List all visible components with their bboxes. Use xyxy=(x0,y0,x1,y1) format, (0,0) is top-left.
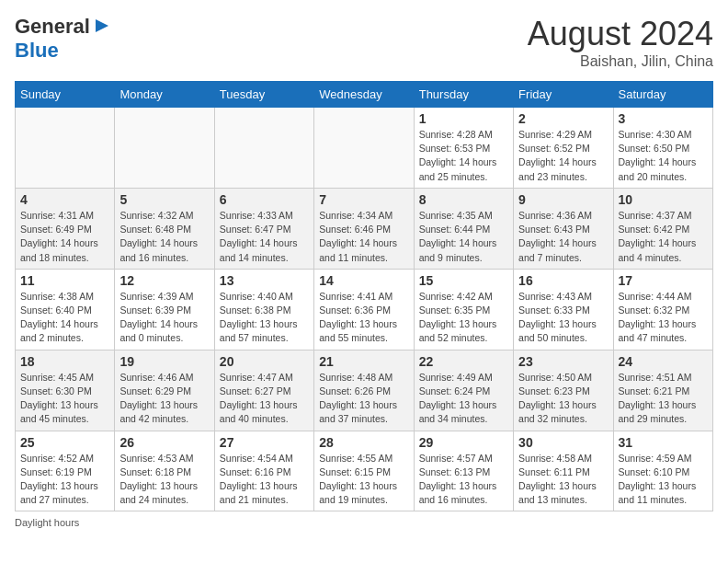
day-info: Sunrise: 4:35 AM Sunset: 6:44 PM Dayligh… xyxy=(419,209,508,265)
day-number: 2 xyxy=(518,111,608,126)
day-info: Sunrise: 4:37 AM Sunset: 6:42 PM Dayligh… xyxy=(619,209,708,265)
calendar-week-row: 18Sunrise: 4:45 AM Sunset: 6:30 PM Dayli… xyxy=(16,350,713,431)
calendar-day-cell: 9Sunrise: 4:36 AM Sunset: 6:43 PM Daylig… xyxy=(514,188,613,269)
calendar-day-cell: 21Sunrise: 4:48 AM Sunset: 6:26 PM Dayli… xyxy=(314,350,414,431)
day-number: 7 xyxy=(319,192,408,207)
day-info: Sunrise: 4:41 AM Sunset: 6:36 PM Dayligh… xyxy=(319,290,408,346)
day-info: Sunrise: 4:57 AM Sunset: 6:13 PM Dayligh… xyxy=(419,452,508,508)
day-info: Sunrise: 4:54 AM Sunset: 6:16 PM Dayligh… xyxy=(220,452,309,508)
day-info: Sunrise: 4:51 AM Sunset: 6:21 PM Dayligh… xyxy=(619,371,708,427)
logo: General Blue xyxy=(15,15,112,63)
logo-general-text: General xyxy=(15,15,90,39)
day-info: Sunrise: 4:42 AM Sunset: 6:35 PM Dayligh… xyxy=(419,290,508,346)
day-number: 25 xyxy=(20,435,109,450)
day-number: 5 xyxy=(119,192,209,207)
day-info: Sunrise: 4:30 AM Sunset: 6:50 PM Dayligh… xyxy=(619,128,708,184)
calendar-day-header: Thursday xyxy=(414,82,513,108)
day-info: Sunrise: 4:50 AM Sunset: 6:23 PM Dayligh… xyxy=(518,371,608,427)
day-number: 24 xyxy=(619,354,708,369)
calendar-day-cell: 7Sunrise: 4:34 AM Sunset: 6:46 PM Daylig… xyxy=(314,188,414,269)
day-number: 28 xyxy=(319,435,408,450)
day-info: Sunrise: 4:38 AM Sunset: 6:40 PM Dayligh… xyxy=(20,290,109,346)
day-info: Sunrise: 4:59 AM Sunset: 6:10 PM Dayligh… xyxy=(619,452,708,508)
title-block: August 2024 Baishan, Jilin, China xyxy=(528,15,713,70)
day-number: 8 xyxy=(419,192,508,207)
calendar-day-cell: 13Sunrise: 4:40 AM Sunset: 6:38 PM Dayli… xyxy=(214,269,313,350)
day-number: 29 xyxy=(419,435,508,450)
day-info: Sunrise: 4:40 AM Sunset: 6:38 PM Dayligh… xyxy=(220,290,309,346)
day-info: Sunrise: 4:58 AM Sunset: 6:11 PM Dayligh… xyxy=(518,452,608,508)
calendar-day-cell: 28Sunrise: 4:55 AM Sunset: 6:15 PM Dayli… xyxy=(314,431,414,511)
calendar-day-header: Sunday xyxy=(16,82,115,108)
calendar-day-cell: 31Sunrise: 4:59 AM Sunset: 6:10 PM Dayli… xyxy=(613,431,712,511)
day-number: 27 xyxy=(220,435,309,450)
calendar-day-cell: 24Sunrise: 4:51 AM Sunset: 6:21 PM Dayli… xyxy=(613,350,712,431)
calendar-day-cell: 5Sunrise: 4:32 AM Sunset: 6:48 PM Daylig… xyxy=(115,188,214,269)
svg-marker-0 xyxy=(96,19,108,32)
calendar-day-cell: 14Sunrise: 4:41 AM Sunset: 6:36 PM Dayli… xyxy=(314,269,414,350)
calendar-day-cell: 20Sunrise: 4:47 AM Sunset: 6:27 PM Dayli… xyxy=(214,350,313,431)
calendar-day-header: Saturday xyxy=(613,82,712,108)
calendar-day-cell xyxy=(16,108,115,189)
day-number: 9 xyxy=(518,192,608,207)
day-info: Sunrise: 4:45 AM Sunset: 6:30 PM Dayligh… xyxy=(20,371,109,427)
calendar-day-cell: 15Sunrise: 4:42 AM Sunset: 6:35 PM Dayli… xyxy=(414,269,513,350)
calendar-table: SundayMondayTuesdayWednesdayThursdayFrid… xyxy=(15,81,713,511)
calendar-day-cell: 23Sunrise: 4:50 AM Sunset: 6:23 PM Dayli… xyxy=(514,350,613,431)
calendar-day-cell: 10Sunrise: 4:37 AM Sunset: 6:42 PM Dayli… xyxy=(613,188,712,269)
calendar-week-row: 11Sunrise: 4:38 AM Sunset: 6:40 PM Dayli… xyxy=(16,269,713,350)
day-info: Sunrise: 4:34 AM Sunset: 6:46 PM Dayligh… xyxy=(319,209,408,265)
day-number: 17 xyxy=(619,273,708,288)
day-number: 30 xyxy=(518,435,608,450)
calendar-day-cell: 27Sunrise: 4:54 AM Sunset: 6:16 PM Dayli… xyxy=(214,431,313,511)
calendar-day-cell: 1Sunrise: 4:28 AM Sunset: 6:53 PM Daylig… xyxy=(414,108,513,189)
day-info: Sunrise: 4:29 AM Sunset: 6:52 PM Dayligh… xyxy=(518,128,608,184)
calendar-day-cell: 29Sunrise: 4:57 AM Sunset: 6:13 PM Dayli… xyxy=(414,431,513,511)
calendar-day-cell: 8Sunrise: 4:35 AM Sunset: 6:44 PM Daylig… xyxy=(414,188,513,269)
day-number: 18 xyxy=(20,354,109,369)
day-info: Sunrise: 4:49 AM Sunset: 6:24 PM Dayligh… xyxy=(419,371,508,427)
day-number: 3 xyxy=(619,111,708,126)
calendar-day-header: Wednesday xyxy=(314,82,414,108)
day-info: Sunrise: 4:46 AM Sunset: 6:29 PM Dayligh… xyxy=(119,371,209,427)
logo-blue-text: Blue xyxy=(15,39,59,62)
calendar-day-cell: 18Sunrise: 4:45 AM Sunset: 6:30 PM Dayli… xyxy=(16,350,115,431)
day-number: 13 xyxy=(220,273,309,288)
day-info: Sunrise: 4:36 AM Sunset: 6:43 PM Dayligh… xyxy=(518,209,608,265)
month-year-title: August 2024 xyxy=(528,15,713,53)
day-number: 10 xyxy=(619,192,708,207)
logo-arrow-icon xyxy=(92,16,112,36)
day-number: 19 xyxy=(119,354,209,369)
calendar-day-header: Tuesday xyxy=(214,82,313,108)
day-info: Sunrise: 4:39 AM Sunset: 6:39 PM Dayligh… xyxy=(119,290,209,346)
day-number: 16 xyxy=(518,273,608,288)
calendar-week-row: 4Sunrise: 4:31 AM Sunset: 6:49 PM Daylig… xyxy=(16,188,713,269)
calendar-day-cell: 11Sunrise: 4:38 AM Sunset: 6:40 PM Dayli… xyxy=(16,269,115,350)
day-number: 23 xyxy=(518,354,608,369)
day-info: Sunrise: 4:55 AM Sunset: 6:15 PM Dayligh… xyxy=(319,452,408,508)
calendar-day-cell: 4Sunrise: 4:31 AM Sunset: 6:49 PM Daylig… xyxy=(16,188,115,269)
day-info: Sunrise: 4:47 AM Sunset: 6:27 PM Dayligh… xyxy=(220,371,309,427)
day-info: Sunrise: 4:53 AM Sunset: 6:18 PM Dayligh… xyxy=(119,452,209,508)
calendar-day-cell: 16Sunrise: 4:43 AM Sunset: 6:33 PM Dayli… xyxy=(514,269,613,350)
day-number: 6 xyxy=(220,192,309,207)
calendar-header-row: SundayMondayTuesdayWednesdayThursdayFrid… xyxy=(16,82,713,108)
calendar-day-header: Friday xyxy=(514,82,613,108)
day-info: Sunrise: 4:52 AM Sunset: 6:19 PM Dayligh… xyxy=(20,452,109,508)
daylight-label: Daylight hours xyxy=(15,517,79,528)
day-info: Sunrise: 4:48 AM Sunset: 6:26 PM Dayligh… xyxy=(319,371,408,427)
calendar-day-cell: 19Sunrise: 4:46 AM Sunset: 6:29 PM Dayli… xyxy=(115,350,214,431)
calendar-day-cell: 6Sunrise: 4:33 AM Sunset: 6:47 PM Daylig… xyxy=(214,188,313,269)
calendar-day-cell xyxy=(115,108,214,189)
calendar-day-cell xyxy=(314,108,414,189)
day-info: Sunrise: 4:31 AM Sunset: 6:49 PM Dayligh… xyxy=(20,209,109,265)
day-info: Sunrise: 4:33 AM Sunset: 6:47 PM Dayligh… xyxy=(220,209,309,265)
calendar-day-cell: 17Sunrise: 4:44 AM Sunset: 6:32 PM Dayli… xyxy=(613,269,712,350)
calendar-week-row: 25Sunrise: 4:52 AM Sunset: 6:19 PM Dayli… xyxy=(16,431,713,511)
day-number: 1 xyxy=(419,111,508,126)
day-number: 20 xyxy=(220,354,309,369)
calendar-day-cell: 30Sunrise: 4:58 AM Sunset: 6:11 PM Dayli… xyxy=(514,431,613,511)
location-subtitle: Baishan, Jilin, China xyxy=(528,53,713,70)
day-number: 12 xyxy=(119,273,209,288)
calendar-week-row: 1Sunrise: 4:28 AM Sunset: 6:53 PM Daylig… xyxy=(16,108,713,189)
